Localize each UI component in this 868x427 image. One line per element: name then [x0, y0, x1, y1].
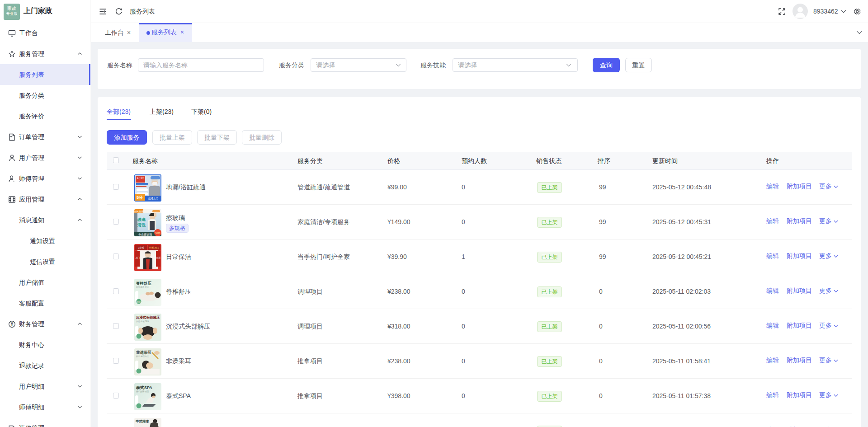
svg-text:¥: ¥ — [11, 321, 14, 327]
svg-text:全屋: 全屋 — [156, 256, 161, 259]
svg-text:清洗: 清洗 — [137, 223, 146, 227]
svg-text:中式推拿: 中式推拿 — [136, 419, 150, 423]
svg-text:专业擦玻璃: 专业擦玻璃 — [138, 233, 152, 236]
svg-text:身心舒展·减压: 身心舒展·减压 — [136, 390, 149, 393]
svg-text:非遗采耳: 非遗采耳 — [136, 350, 152, 355]
svg-text:沉浸式头部减压: 沉浸式头部减压 — [136, 315, 160, 319]
svg-text:头疗·放松SPA: 头疗·放松SPA — [136, 320, 149, 323]
svg-text:上门: 上门 — [135, 256, 140, 259]
svg-text:5分: 5分 — [137, 195, 143, 200]
svg-text:30年: 30年 — [155, 232, 160, 235]
svg-text:2小时: 2小时 — [137, 177, 144, 179]
svg-text:全民直降: 全民直降 — [134, 210, 144, 213]
svg-text:泰式SPA: 泰式SPA — [136, 385, 152, 390]
svg-text:科学调理·放松: 科学调理·放松 — [136, 286, 149, 288]
svg-text:疏通上门: 疏通上门 — [148, 197, 158, 200]
svg-text:2小时: 2小时 — [138, 246, 145, 249]
svg-text:玻璃: 玻璃 — [137, 217, 146, 222]
svg-text:静心·解压专注: 静心·解压专注 — [136, 355, 149, 357]
svg-text:脊柱舒压: 脊柱舒压 — [136, 281, 152, 286]
svg-text:特价39.9: 特价39.9 — [149, 246, 159, 249]
